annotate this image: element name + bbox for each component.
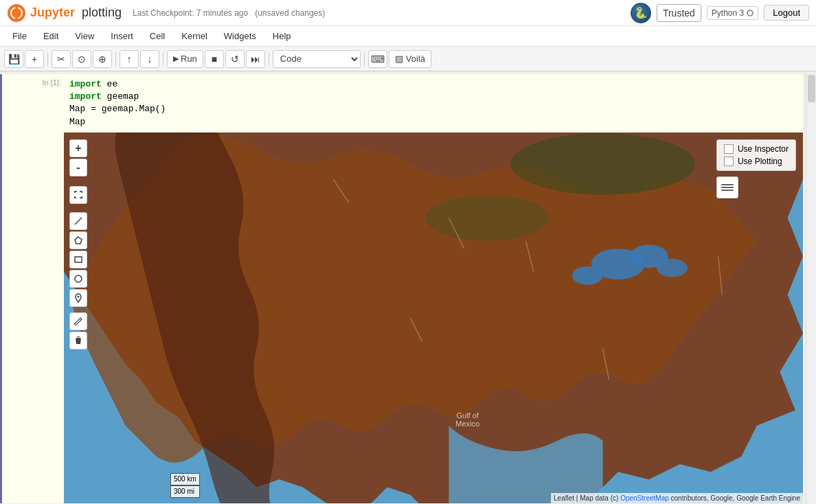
- draw-tools: [69, 209, 87, 307]
- menu-insert[interactable]: Insert: [104, 30, 140, 43]
- draw-rect-icon: [73, 255, 83, 264]
- map-attribution: Leaflet | Map data (c) OpenStreetMap con…: [551, 493, 803, 503]
- svg-point-9: [657, 258, 688, 277]
- use-plotting-label: Use Plotting: [738, 157, 782, 166]
- layers-button[interactable]: [716, 176, 738, 198]
- kernel-indicator: Python 3: [707, 6, 758, 20]
- map-widget[interactable]: + -: [64, 133, 803, 503]
- draw-marker-button[interactable]: [69, 289, 87, 307]
- right-controls: 🐍 Trusted Python 3 Logout: [631, 3, 809, 23]
- svg-rect-27: [721, 184, 734, 185]
- map-controls-left: + -: [69, 139, 87, 350]
- menu-cell[interactable]: Cell: [143, 30, 172, 43]
- cell-input: In [1]: import ee import geemap Map = ge…: [2, 74, 803, 133]
- stop-button[interactable]: ■: [205, 50, 224, 68]
- land-mass: [64, 133, 803, 503]
- inspector-item-inspector: Use Inspector: [724, 144, 789, 154]
- cell-output: + -: [64, 133, 803, 503]
- delete-button[interactable]: [69, 332, 87, 350]
- svg-line-22: [75, 218, 82, 225]
- edit-button[interactable]: [69, 312, 87, 330]
- cell-code[interactable]: import ee import geemap Map = geemap.Map…: [64, 74, 803, 133]
- use-inspector-label: Use Inspector: [738, 144, 789, 154]
- map-controls-right: Use Inspector Use Plotting: [716, 139, 796, 198]
- code-cell: In [1]: import ee import geemap Map = ge…: [0, 74, 803, 503]
- code-line-2: import geemap: [69, 91, 797, 103]
- svg-point-5: [510, 133, 695, 195]
- menu-file[interactable]: File: [5, 30, 34, 43]
- jupyter-logo-icon: [7, 3, 26, 23]
- svg-marker-23: [75, 237, 82, 244]
- fullscreen-button[interactable]: [69, 186, 87, 204]
- draw-rectangle-button[interactable]: [69, 251, 87, 268]
- zoom-out-button[interactable]: -: [69, 159, 87, 176]
- cut-button[interactable]: ✂: [52, 50, 71, 68]
- layers-icon: [721, 181, 734, 194]
- cell-type-select[interactable]: Code Markdown Raw NBConvert: [273, 50, 361, 68]
- scale-bar: 500 km 300 mi: [170, 473, 200, 498]
- svg-point-26: [78, 295, 80, 297]
- topbar: Jupyter plotting Last Checkpoint: 7 minu…: [0, 0, 816, 26]
- inspector-item-plotting: Use Plotting: [724, 157, 789, 166]
- draw-marker-icon: [73, 293, 83, 303]
- svg-rect-24: [75, 257, 82, 262]
- restart-run-button[interactable]: ⏭: [246, 50, 265, 68]
- main-content: In [1]: import ee import geemap Map = ge…: [0, 71, 816, 504]
- use-inspector-checkbox[interactable]: [724, 144, 734, 154]
- menu-kernel[interactable]: Kernel: [174, 30, 214, 43]
- draw-circle-icon: [73, 274, 83, 284]
- menu-widgets[interactable]: Widgets: [217, 30, 263, 43]
- run-label: Run: [181, 54, 197, 64]
- draw-line-button[interactable]: [69, 212, 87, 230]
- menu-help[interactable]: Help: [266, 30, 298, 43]
- zoom-in-button[interactable]: +: [69, 139, 87, 157]
- menu-view[interactable]: View: [68, 30, 101, 43]
- code-line-3: Map = geemap.Map(): [69, 103, 797, 115]
- svg-point-25: [75, 275, 82, 282]
- toolbar-separator-3: [163, 52, 163, 66]
- draw-polygon-icon: [73, 236, 83, 245]
- unsaved-text: (unsaved changes): [255, 8, 325, 18]
- menu-edit[interactable]: Edit: [36, 30, 65, 43]
- kernel-circle: [747, 10, 753, 16]
- restart-button[interactable]: ↺: [225, 50, 245, 68]
- paste-button[interactable]: ⊕: [93, 50, 112, 68]
- logout-button[interactable]: Logout: [764, 5, 809, 21]
- svg-point-10: [572, 266, 603, 285]
- draw-polygon-button[interactable]: [69, 231, 87, 249]
- code-line-1: import ee: [69, 78, 797, 91]
- copy-button[interactable]: ⊙: [72, 50, 91, 68]
- move-down-button[interactable]: ↓: [140, 50, 159, 68]
- draw-circle-button[interactable]: [69, 270, 87, 288]
- save-button[interactable]: 💾: [4, 50, 23, 68]
- toolbar-separator-1: [47, 52, 48, 66]
- trusted-button[interactable]: Trusted: [657, 4, 701, 22]
- fullscreen-icon: [73, 190, 83, 200]
- voila-icon: ▨: [395, 54, 403, 64]
- svg-rect-21: [772, 441, 803, 472]
- notebook-name[interactable]: plotting: [82, 5, 122, 20]
- right-scrollbar[interactable]: [806, 71, 816, 504]
- voila-button[interactable]: ▨ Voilà: [389, 50, 431, 68]
- add-cell-button[interactable]: +: [25, 50, 44, 68]
- scroll-thumb[interactable]: [808, 75, 815, 102]
- edit-tools: [69, 312, 87, 350]
- cell-in-label: In [1]:: [2, 74, 64, 133]
- use-plotting-checkbox[interactable]: [724, 157, 734, 166]
- toolbar-separator-4: [269, 52, 269, 66]
- svg-point-2: [15, 6, 18, 9]
- inspector-panel: Use Inspector Use Plotting: [716, 139, 796, 171]
- keyboard-shortcut-button[interactable]: ⌨: [368, 50, 387, 68]
- attribution-text: Leaflet | Map data (c) OpenStreetMap con…: [554, 494, 800, 502]
- move-up-button[interactable]: ↑: [120, 50, 139, 68]
- run-button[interactable]: ▶ Run: [167, 50, 203, 68]
- toolbar-separator-5: [364, 52, 365, 66]
- menubar: File Edit View Insert Cell Kernel Widget…: [0, 26, 816, 47]
- svg-point-3: [15, 17, 18, 20]
- jupyter-text: Jupyter: [30, 5, 75, 20]
- svg-rect-28: [721, 187, 734, 188]
- code-line-4: Map: [69, 116, 797, 128]
- osm-link[interactable]: OpenStreetMap: [620, 494, 669, 502]
- edit-icon: [73, 317, 83, 326]
- notebook-area[interactable]: In [1]: import ee import geemap Map = ge…: [0, 71, 806, 504]
